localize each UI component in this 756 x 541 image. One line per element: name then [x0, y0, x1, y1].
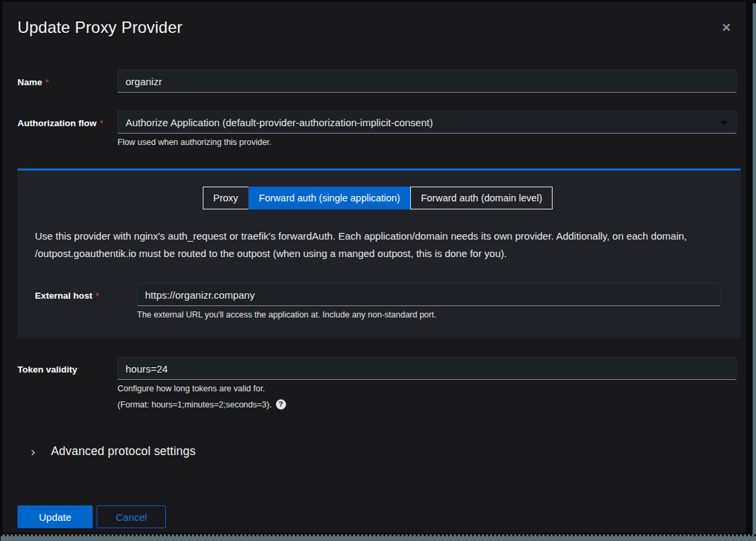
tab-proxy[interactable]: Proxy — [203, 187, 249, 209]
external-host-row: External host* The external URL you'll a… — [35, 283, 720, 319]
mode-description: Use this provider with nginx's auth_requ… — [35, 228, 720, 262]
token-validity-row: Token validity Configure how long tokens… — [17, 357, 737, 409]
chevron-right-icon: › — [31, 445, 51, 458]
window-edge-bottom — [1, 534, 756, 541]
authorization-flow-label-col: Authorization flow* — [17, 111, 117, 129]
window-edge-right — [753, 3, 756, 534]
external-host-input[interactable] — [137, 283, 720, 306]
token-validity-format-text: (Format: hours=1;minutes=2;seconds=3). — [117, 400, 272, 409]
token-validity-format-help: (Format: hours=1;minutes=2;seconds=3). ? — [117, 399, 737, 409]
modal-footer: Update Cancel — [17, 505, 741, 528]
proxy-mode-toggle-group: Proxy Forward auth (single application) … — [35, 187, 720, 209]
name-input[interactable] — [117, 70, 737, 93]
name-row: Name* — [17, 70, 737, 93]
tab-forward-auth-single[interactable]: Forward auth (single application) — [248, 187, 411, 209]
authorization-flow-select[interactable] — [117, 111, 737, 134]
required-asterisk: * — [46, 78, 49, 87]
proxy-mode-card: Proxy Forward auth (single application) … — [17, 168, 741, 338]
name-label-col: Name* — [17, 70, 117, 88]
required-asterisk: * — [100, 119, 103, 128]
token-validity-label-col: Token validity — [17, 357, 117, 375]
authorization-flow-help: Flow used when authorizing this provider… — [117, 138, 737, 147]
external-host-label: External host — [35, 291, 93, 301]
external-host-help: The external URL you'll access the appli… — [137, 310, 720, 319]
name-label: Name — [17, 77, 42, 87]
token-validity-help: Configure how long tokens are valid for. — [117, 384, 737, 393]
external-host-field-col: The external URL you'll access the appli… — [137, 283, 720, 319]
token-validity-field-col: Configure how long tokens are valid for.… — [117, 357, 737, 409]
update-proxy-provider-modal: Update Proxy Provider ✕ Name* Authorizat… — [3, 2, 746, 533]
screenshot-frame: Update Proxy Provider ✕ Name* Authorizat… — [0, 0, 756, 541]
update-button[interactable]: Update — [17, 505, 93, 528]
authorization-flow-row: Authorization flow* Flow used when autho… — [17, 111, 737, 147]
authorization-flow-field-col: Flow used when authorizing this provider… — [117, 111, 737, 147]
cancel-button[interactable]: Cancel — [97, 505, 166, 528]
close-icon[interactable]: ✕ — [722, 22, 731, 34]
token-validity-label: Token validity — [17, 364, 77, 375]
tab-forward-auth-domain[interactable]: Forward auth (domain level) — [410, 187, 553, 209]
authorization-flow-label: Authorization flow — [17, 118, 97, 128]
advanced-protocol-settings-label: Advanced protocol settings — [51, 444, 195, 458]
page-title: Update Proxy Provider — [17, 18, 720, 37]
help-circle-icon[interactable]: ? — [276, 399, 286, 409]
advanced-protocol-settings-toggle[interactable]: › Advanced protocol settings — [17, 444, 741, 458]
external-host-label-col: External host* — [35, 283, 137, 301]
provider-form: Name* Authorization flow* Flow used when… — [17, 70, 741, 528]
token-validity-input[interactable] — [117, 357, 737, 380]
name-field-col — [117, 70, 737, 93]
required-asterisk: * — [96, 291, 99, 301]
modal-header: Update Proxy Provider ✕ — [17, 18, 741, 37]
authorization-flow-select-wrap — [117, 111, 737, 134]
